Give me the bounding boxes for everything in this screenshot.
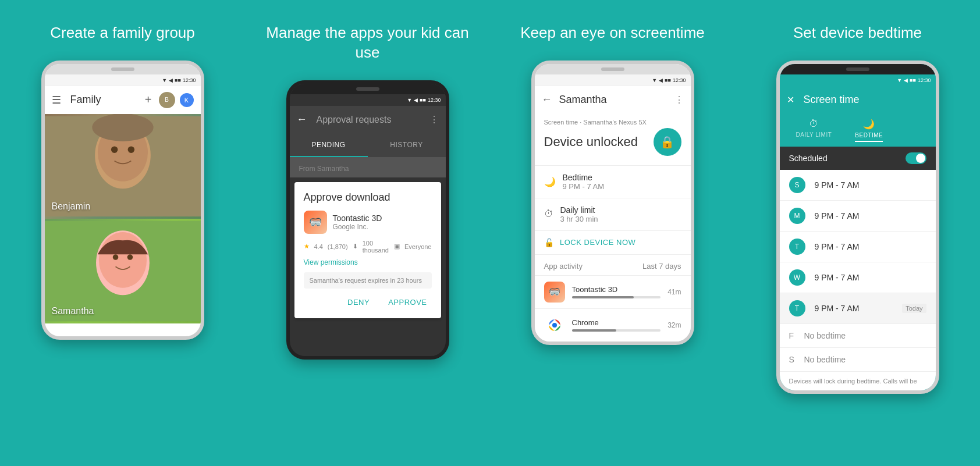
day-row-3[interactable]: W 9 PM - 7 AM	[780, 262, 936, 293]
tab-history[interactable]: HISTORY	[368, 134, 446, 157]
back-arrow-3[interactable]: ←	[542, 94, 552, 106]
scheduled-toggle[interactable]	[906, 152, 926, 164]
app-info-row: 🥽 Toontastic 3D Google Inc.	[304, 211, 432, 234]
day-row-6[interactable]: S No bedtime	[780, 348, 936, 372]
day-row-1[interactable]: M 9 PM - 7 AM	[780, 201, 936, 232]
panel2-title: Manage the apps your kid can use	[257, 23, 478, 63]
toontastic-name: Toontastic 3D	[572, 285, 661, 294]
samantha-title: Samantha	[559, 94, 674, 106]
phone4-status-bar: ▼ ◀ ■■ 12:30	[780, 74, 936, 86]
chrome-svg	[548, 318, 562, 332]
phone2-speaker	[356, 87, 379, 91]
deny-button[interactable]: DENY	[343, 296, 374, 309]
chrome-icon-bg	[544, 315, 565, 336]
daily-limit-tab-label: DAILY LIMIT	[796, 131, 832, 138]
day-letter-s2: S	[789, 355, 795, 364]
moon-tab-icon: 🌙	[863, 119, 875, 130]
contact-benjamin[interactable]: Benjamin	[45, 114, 201, 219]
toontastic-time: 41m	[667, 288, 681, 296]
device-status: Device unlocked	[544, 134, 638, 150]
app-rating: 4.4	[314, 243, 323, 250]
more-icon-3[interactable]: ⋮	[674, 94, 684, 105]
panel-bedtime: Set device bedtime ▼ ◀ ■■ 12:30 ✕ Screen…	[735, 0, 980, 466]
phone2-status-bar: ▼ ◀ ■■ 12:30	[290, 94, 446, 106]
day-row-5[interactable]: F No bedtime	[780, 324, 936, 348]
chrome-time: 32m	[667, 321, 681, 329]
app-details: Toontastic 3D Google Inc.	[333, 214, 382, 231]
phone1-status-bar: ▼ ◀ ■■ 12:30	[45, 74, 201, 86]
day-time-6: No bedtime	[804, 355, 926, 364]
svg-point-11	[112, 254, 118, 260]
panel-family-group: Create a family group ▼ ◀ ■■ 12:30 ☰ Fam…	[0, 0, 245, 466]
avatar-k: K	[180, 93, 194, 107]
activity-label: App activity	[544, 262, 583, 271]
app-developer: Google Inc.	[333, 223, 382, 231]
tab-daily-limit[interactable]: ⏱ DAILY LIMIT	[789, 114, 839, 147]
phone3-speaker	[601, 67, 624, 71]
app-bar-title: Family	[70, 94, 145, 106]
scheduled-row: Scheduled	[780, 147, 936, 170]
lock-now-text: LOCK DEVICE NOW	[560, 238, 635, 247]
app-reviews: (1,870)	[328, 243, 348, 250]
today-badge: Today	[902, 304, 926, 313]
lock-icon[interactable]: 🔒	[654, 128, 681, 156]
rating-icon: ▣	[394, 243, 400, 250]
samantha-name: Samantha	[52, 306, 94, 316]
back-arrow-icon[interactable]: ←	[297, 113, 307, 126]
svg-point-15	[552, 323, 557, 328]
add-icon[interactable]: +	[145, 93, 152, 106]
day-circle-w: W	[789, 269, 805, 286]
activity-header: App activity Last 7 days	[535, 255, 691, 275]
download-count: 100 thousand	[363, 240, 389, 254]
approval-requests-title: Approval requests	[317, 115, 429, 125]
tabs-row: PENDING HISTORY	[290, 134, 446, 158]
avatar-label: B	[165, 97, 169, 103]
scheduled-label: Scheduled	[789, 154, 828, 163]
phone4-status-icons: ▼ ◀ ■■ 12:30	[897, 77, 931, 83]
day-time-3: 9 PM - 7 AM	[815, 273, 926, 282]
content-rating: Everyone	[404, 243, 431, 250]
signal-icon-4: ◀	[904, 77, 908, 83]
day-row-4-today[interactable]: T 9 PM - 7 AM Today	[780, 293, 936, 324]
phone-1: ▼ ◀ ■■ 12:30 ☰ Family + B K	[41, 61, 204, 340]
bedtime-tab-label: BEDTIME	[855, 132, 883, 138]
toggle-thumb	[916, 154, 925, 163]
phone3-app-bar: ← Samantha ⋮	[535, 86, 691, 114]
hamburger-icon[interactable]: ☰	[52, 94, 61, 106]
signal-icon: ◀	[169, 77, 173, 83]
phone3-status-icons: ▼ ◀ ■■ 12:30	[652, 77, 686, 83]
more-icon[interactable]: ⋮	[429, 114, 439, 125]
app-meta: ★ 4.4 (1,870) ⬇ 100 thousand ▣ Everyone	[304, 240, 432, 254]
daily-limit-value: 3 hr 30 min	[560, 215, 598, 223]
day-row-2[interactable]: T 9 PM - 7 AM	[780, 232, 936, 262]
download-icon: ⬇	[353, 243, 358, 250]
bedtime-tabs: ⏱ DAILY LIMIT 🌙 BEDTIME	[780, 114, 936, 147]
day-time-1: 9 PM - 7 AM	[815, 211, 926, 220]
lock-now-row[interactable]: 🔓 LOCK DEVICE NOW	[535, 231, 691, 255]
day-row-0[interactable]: S 9 PM - 7 AM	[780, 170, 936, 201]
phone1-notch	[45, 64, 201, 74]
battery-icon: ■■	[175, 77, 181, 83]
bottom-disclaimer: Devices will lock during bedtime. Calls …	[780, 372, 936, 390]
wifi-icon: ▼	[162, 77, 167, 83]
approve-button[interactable]: APPROVE	[384, 296, 431, 309]
panel3-title: Keep an eye on screentime	[520, 23, 705, 43]
time-display-2: 12:30	[428, 97, 441, 103]
toontastic-bar	[572, 296, 661, 298]
bedtime-label: Bedtime	[563, 173, 605, 182]
phone2-app-bar: ← Approval requests ⋮	[290, 106, 446, 134]
bedtime-info: Bedtime 9 PM - 7 AM	[563, 173, 605, 191]
day-time-0: 9 PM - 7 AM	[815, 180, 926, 190]
wifi-icon-2: ▼	[407, 97, 412, 103]
view-permissions-link[interactable]: View permissions	[304, 258, 432, 266]
phone-2: ▼ ◀ ■■ 12:30 ← Approval requests ⋮ PENDI…	[286, 80, 449, 360]
wifi-icon-3: ▼	[652, 77, 657, 83]
signal-icon-2: ◀	[414, 97, 418, 103]
timer-icon: ⏱	[544, 209, 553, 219]
close-icon[interactable]: ✕	[787, 94, 794, 105]
tab-pending[interactable]: PENDING	[290, 134, 368, 157]
activity-period: Last 7 days	[642, 262, 681, 271]
contact-samantha[interactable]: Samantha	[45, 219, 201, 323]
tab-bedtime[interactable]: 🌙 BEDTIME	[848, 114, 890, 147]
phone3-status-bar: ▼ ◀ ■■ 12:30	[535, 74, 691, 86]
